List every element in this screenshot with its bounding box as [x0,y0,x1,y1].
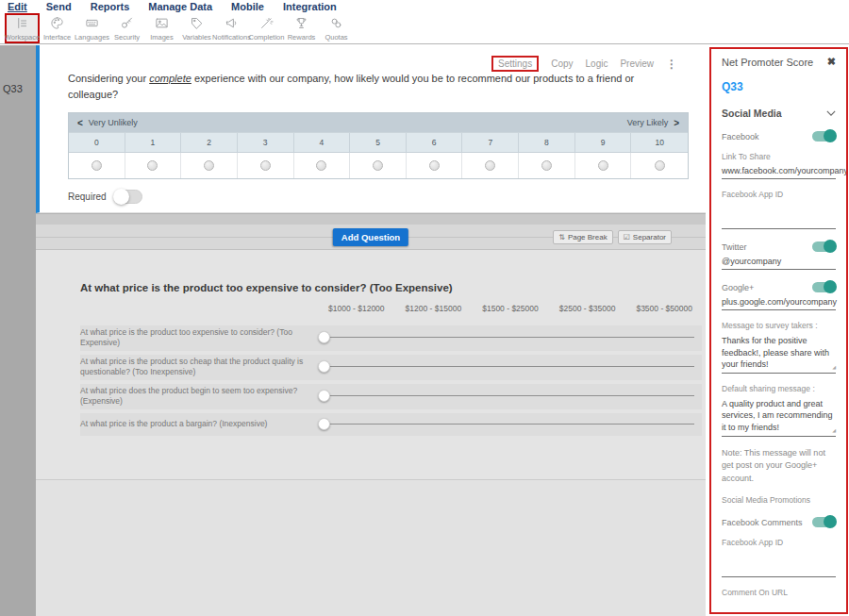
menu-reports[interactable]: Reports [91,1,130,12]
menu-send[interactable]: Send [46,1,72,12]
radio-button[interactable] [655,160,665,171]
radio-button[interactable] [316,160,326,171]
toolbar-notifications[interactable]: Notifications [214,13,249,43]
slider-handle[interactable] [318,360,330,373]
toolbar-workspace[interactable]: Workspace [5,13,40,43]
slider-handle[interactable] [318,390,330,402]
radio-button[interactable] [92,160,102,171]
default-sharing-message-label: Default sharing message : [722,384,836,393]
menu-edit[interactable]: Edit [8,1,27,12]
slider-track [322,337,694,338]
twitter-handle-input[interactable]: @yourcompany [722,257,836,270]
price-range-header: $1500 - $25000 [472,304,549,313]
radio-cell[interactable] [125,153,182,178]
link-to-share-label: Link To Share [722,152,836,161]
scale-number: 5 [350,133,407,152]
toolbar-completion[interactable]: Completion [249,13,284,43]
resize-grip-icon[interactable]: ◢ [832,427,836,434]
slider-handle[interactable] [318,418,330,430]
google-plus-input[interactable]: plus.google.com/yourcompany [722,297,836,310]
radio-button[interactable] [147,160,158,171]
radio-cell[interactable] [519,153,575,178]
radio-cell[interactable] [238,153,294,178]
edit-toolbar: Workspace Interface Languages Security I… [0,13,849,44]
kebab-menu-icon[interactable]: ⋮ [666,58,677,71]
radio-cell[interactable] [631,153,688,178]
toggle-knob [824,240,837,253]
google-plus-toggle[interactable] [812,282,836,292]
facebook-comments-toggle[interactable] [812,517,836,527]
price-slider[interactable] [318,390,694,403]
price-slider[interactable] [318,360,694,374]
page-break-button[interactable]: ⇅ Page Break [553,230,613,244]
radio-button[interactable] [541,160,552,171]
scale-number: 10 [631,133,688,152]
radio-cell[interactable] [69,153,125,178]
settings-button[interactable]: Settings [491,56,539,72]
radio-cell[interactable] [294,153,351,178]
required-toggle[interactable] [114,190,142,204]
scale-number: 7 [462,133,519,152]
toolbar-images[interactable]: Images [144,13,179,43]
toolbar-interface[interactable]: Interface [40,13,75,43]
twitter-toggle[interactable] [812,241,836,252]
radio-cell[interactable] [407,153,463,178]
question-text[interactable]: Considering your complete experience wit… [68,71,679,103]
radio-button[interactable] [598,160,608,171]
radio-button[interactable] [204,160,214,171]
logic-button[interactable]: Logic [586,58,608,69]
radio-button[interactable] [373,160,383,171]
toggle-knob [824,280,837,293]
toolbar-label: Interface [43,33,71,42]
radio-cell[interactable] [350,153,407,178]
slider-row: At what price is the product too expensi… [80,325,702,351]
scale-number: 2 [181,133,238,152]
q34-question-text[interactable]: At what price is the product too expensi… [80,282,453,293]
separator-icon: ☑ [624,233,630,241]
radio-cell[interactable] [181,153,238,178]
scale-number: 3 [238,133,294,152]
facebook-toggle[interactable] [812,131,836,142]
preview-button[interactable]: Preview [620,58,654,69]
add-question-button[interactable]: Add Question [333,228,408,246]
toolbar-quotas[interactable]: Quotas [319,13,354,43]
copy-button[interactable]: Copy [551,58,573,69]
toolbar-variables[interactable]: Variables [179,13,214,43]
facebook-app-id-input[interactable] [722,217,836,229]
menu-mobile[interactable]: Mobile [231,1,264,12]
message-to-survey-takers-label: Message to survey takers : [722,321,836,330]
key-icon [120,16,134,32]
social-media-section-header[interactable]: Social Media [722,108,836,119]
resize-grip-icon[interactable]: ◢ [832,364,836,371]
message-to-survey-takers-textarea[interactable]: Thanks for the positive feedback!, pleas… [722,335,836,374]
radio-button[interactable] [260,160,271,171]
chevron-right-icon[interactable]: > [674,118,679,128]
slider-rows: At what price is the product too expensi… [80,325,702,440]
facebook-label: Facebook [722,132,759,142]
toolbar-security[interactable]: Security [109,13,144,43]
toggle-knob [113,189,129,205]
default-sharing-message-textarea[interactable]: A quality product and great services, I … [722,398,836,437]
slider-track [322,395,694,396]
nps-number-row: 0 1 2 3 4 5 6 7 8 9 10 [69,132,688,153]
facebook-app-id2-input[interactable] [722,565,836,577]
radio-button[interactable] [429,160,440,171]
price-slider[interactable] [318,331,694,344]
slider-handle[interactable] [318,331,330,343]
price-slider[interactable] [318,418,694,431]
menu-manage-data[interactable]: Manage Data [148,1,212,12]
radio-cell[interactable] [462,153,519,178]
radio-button[interactable] [485,160,495,171]
message-text: Thanks for the positive feedback!, pleas… [722,336,829,369]
radio-cell[interactable] [575,153,632,178]
toolbar-rewards[interactable]: Rewards [284,13,319,43]
chevron-left-icon[interactable]: < [77,118,83,128]
required-label: Required [68,191,107,202]
close-icon[interactable]: ✖ [827,56,836,68]
link-to-share-input[interactable]: www.facebook.com/yourcompany [722,166,836,179]
menu-integration[interactable]: Integration [283,1,337,12]
workspace-list-icon [15,16,29,32]
toolbar-languages[interactable]: Languages [75,13,109,43]
separator-button[interactable]: ☑ Separator [618,230,672,244]
slider-row-label: At what price is the product too expensi… [80,327,318,349]
